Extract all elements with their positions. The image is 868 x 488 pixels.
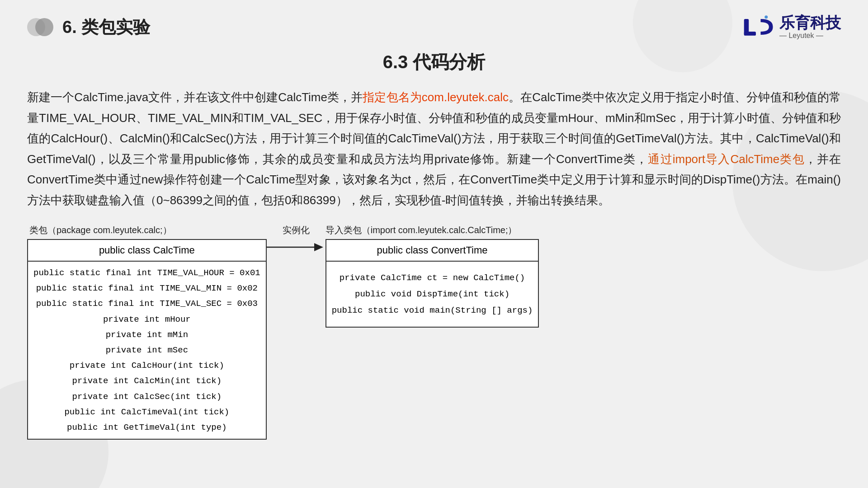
calc-time-line-2: public static final int TIME_VAL_MIN = 0… <box>33 281 260 296</box>
calc-time-class-header: public class CalcTime <box>28 240 266 262</box>
import-label: 导入类包（import com.leyutek.calc.CalcTime;） <box>326 224 517 236</box>
convert-time-line-3: public static void main(String [] args) <box>332 302 533 319</box>
brand-name: 乐育科技 <box>779 14 841 31</box>
convert-time-line-1: private CalcTime ct = new CalcTime() <box>332 270 533 286</box>
svg-point-4 <box>764 16 768 19</box>
text-part1: 新建一个CalcTime.java文件，并在该文件中创建CalcTime类，并 <box>27 90 363 104</box>
calc-time-line-7: private int CalcHour(int tick) <box>33 358 260 373</box>
svg-rect-3 <box>744 32 756 36</box>
package-section: 类包（package com.leyutek.calc;） public cla… <box>27 224 267 440</box>
text-highlight2: 通过import导入CalcTime类包 <box>648 152 804 166</box>
header-left: 6. 类包实验 <box>27 14 150 41</box>
calc-time-line-9: private int CalcSec(int tick) <box>33 389 260 404</box>
main-text: 新建一个CalcTime.java文件，并在该文件中创建CalcTime类，并指… <box>27 87 841 211</box>
calc-time-line-4: private int mHour <box>33 312 260 327</box>
calc-time-line-11: public int GetTimeVal(int type) <box>33 420 260 435</box>
svg-marker-6 <box>314 243 323 251</box>
brand-icon <box>743 14 775 39</box>
calc-time-class-body: public static final int TIME_VAL_HOUR = … <box>28 262 266 439</box>
import-section: 导入类包（import com.leyutek.calc.CalcTime;） … <box>326 224 539 328</box>
calc-time-line-3: public static final int TIME_VAL_SEC = 0… <box>33 296 260 311</box>
package-label: 类包（package com.leyutek.calc;） <box>29 224 172 236</box>
calc-time-line-5: private int mMin <box>33 327 260 343</box>
brand-subtitle: — Leyutek — <box>779 32 841 40</box>
calc-time-line-8: private int CalcMin(int tick) <box>33 373 260 389</box>
convert-time-class-body: private CalcTime ct = new CalcTime() pub… <box>326 262 538 327</box>
arrow-line <box>267 239 326 255</box>
diagram-area: 类包（package com.leyutek.calc;） public cla… <box>27 224 841 440</box>
text-highlight1: 指定包名为com.leyutek.calc <box>363 90 509 104</box>
arrow-label: 实例化 <box>283 224 310 236</box>
calc-time-line-1: public static final int TIME_VAL_HOUR = … <box>33 265 260 281</box>
brand-text-block: 乐育科技 — Leyutek — <box>779 14 841 39</box>
calc-time-line-6: private int mSec <box>33 343 260 358</box>
arrow-section: 实例化 <box>267 224 326 310</box>
convert-time-line-2: public void DispTime(int tick) <box>332 286 533 302</box>
logo-icon <box>27 14 54 41</box>
calc-time-line-10: public int CalcTimeVal(int tick) <box>33 404 260 420</box>
calc-time-class-box: public class CalcTime public static fina… <box>27 239 267 440</box>
convert-time-class-box: public class ConvertTime private CalcTim… <box>326 239 539 328</box>
page-title: 6. 类包实验 <box>62 16 150 39</box>
convert-time-class-header: public class ConvertTime <box>326 240 538 262</box>
brand-logo: 乐育科技 — Leyutek — <box>743 14 841 39</box>
section-title: 6.3 代码分析 <box>27 50 841 75</box>
header: 6. 类包实验 乐育科技 — Leyutek — <box>27 14 841 41</box>
svg-point-1 <box>35 18 53 36</box>
